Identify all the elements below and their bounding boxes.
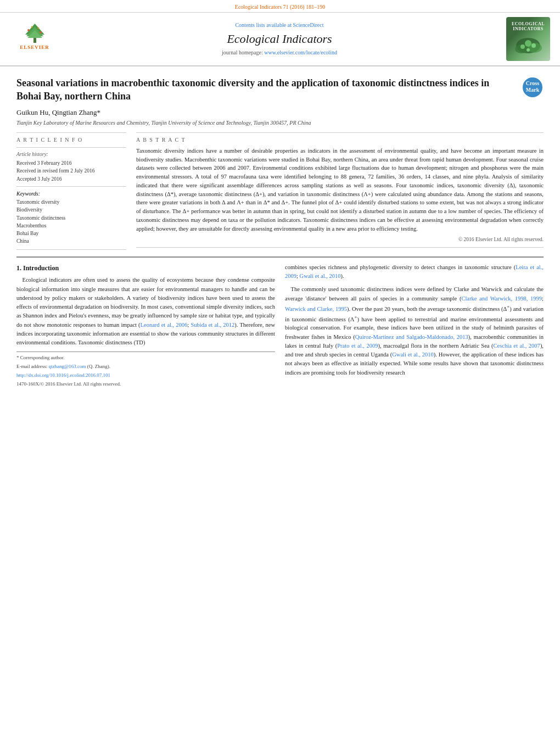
ref-ceschia-2007[interactable]: Ceschia et al., 2007: [494, 343, 540, 349]
homepage-url[interactable]: www.elsevier.com/locate/ecolind: [264, 49, 337, 55]
divider-2: [16, 186, 126, 187]
copyright-line: © 2016 Elsevier Ltd. All rights reserved…: [136, 236, 544, 243]
intro-para-3: The commonly used taxonomic distinctness…: [285, 285, 544, 377]
keyword-6: China: [16, 238, 126, 245]
svg-point-13: [531, 43, 536, 48]
keywords-label: Keywords:: [16, 190, 126, 198]
crossmark-logo[interactable]: Cross Mark: [522, 76, 544, 98]
ref-clarke-warwick-1998[interactable]: Clarke and Warwick, 1998, 1999: [461, 295, 542, 302]
received-date: Received 3 February 2016: [16, 160, 126, 167]
keyword-4: Macrobenthos: [16, 222, 126, 230]
body-right-column: combines species richness and phylogenet…: [285, 263, 544, 389]
keyword-3: Taxonomic distinctness: [16, 215, 126, 222]
ref-gwali-2010[interactable]: Gwali et al., 2010: [300, 273, 341, 279]
divider: [16, 147, 126, 148]
sciencedirect-link[interactable]: ScienceDirect: [293, 22, 323, 28]
email-footnote: E-mail address: qtzhang@163.com (Q. Zhan…: [16, 363, 275, 371]
elsevier-tree-icon: [20, 23, 50, 43]
section-1-title: Introduction: [23, 264, 59, 272]
page: Ecological Indicators 71 (2016) 181–190 …: [0, 0, 560, 742]
elsevier-logo: ELSEVIER: [10, 23, 59, 55]
ref-gwali-2010b[interactable]: Gwali et al., 2010: [392, 352, 434, 358]
journal-header: ELSEVIER Contents lists available at Sci…: [0, 13, 560, 66]
main-content: 1. Introduction Ecological indicators ar…: [16, 256, 544, 389]
abstract-label: A B S T R A C T: [136, 136, 544, 144]
article-info-abstract-section: A R T I C L E I N F O Article history: R…: [16, 132, 544, 250]
article-info-box: A R T I C L E I N F O Article history: R…: [16, 132, 126, 250]
keywords-section: Keywords: Taxonomic diversity Biodiversi…: [16, 190, 126, 246]
svg-point-4: [27, 29, 30, 31]
homepage-line: journal homepage: www.elsevier.com/locat…: [59, 49, 500, 57]
journal-cover-icon: [512, 34, 545, 55]
keyword-5: Bohai Bay: [16, 230, 126, 237]
article-title-section: Seasonal variations in macrobenthic taxo…: [16, 72, 544, 103]
ref-subida-2012[interactable]: Subida et al., 2012: [191, 322, 234, 328]
section-1-heading: 1. Introduction: [16, 263, 275, 274]
ref-prato-2009[interactable]: Prato et al., 2009: [337, 343, 378, 349]
svg-point-11: [525, 40, 531, 47]
contents-line: Contents lists available at ScienceDirec…: [59, 21, 500, 29]
keyword-1: Taxonomic diversity: [16, 199, 126, 206]
svg-point-12: [520, 44, 525, 49]
svg-text:Mark: Mark: [526, 87, 540, 93]
issn-line: 1470-160X/© 2016 Elsevier Ltd. All right…: [16, 381, 275, 388]
intro-para-2: combines species richness and phylogenet…: [285, 263, 544, 281]
journal-top-bar: Ecological Indicators 71 (2016) 181–190: [0, 0, 560, 13]
history-label: Article history:: [16, 151, 126, 158]
journal-citation: Ecological Indicators 71 (2016) 181–190: [235, 4, 325, 10]
journal-title-center: Contents lists available at ScienceDirec…: [59, 21, 500, 57]
email-link[interactable]: qtzhang@163.com: [48, 364, 86, 369]
article-body: Seasonal variations in macrobenthic taxo…: [0, 66, 560, 395]
svg-point-5: [40, 31, 42, 34]
author-names: Guikun Hu, Qingtian Zhang*: [16, 108, 100, 116]
ref-warwick-clarke-1995[interactable]: Warwick and Clarke, 1995: [285, 305, 347, 311]
accepted-date: Accepted 3 July 2016: [16, 176, 126, 183]
svg-rect-0: [33, 38, 36, 43]
ref-leonard-2006[interactable]: Leonard et al., 2006: [141, 322, 188, 328]
svg-point-6: [31, 26, 32, 28]
journal-logo-right: ECOLOGICAL INDICATORS: [506, 17, 550, 61]
intro-para-1: Ecological indicators are often used to …: [16, 276, 275, 347]
corresponding-author-note: * Corresponding author.: [16, 354, 275, 362]
keyword-2: Biodiversity: [16, 207, 126, 214]
abstract-box: A B S T R A C T Taxonomic diversity indi…: [136, 132, 544, 248]
svg-point-7: [37, 27, 39, 29]
journal-name: Ecological Indicators: [59, 31, 500, 48]
footnote-area: * Corresponding author. E-mail address: …: [16, 352, 275, 388]
doi-link[interactable]: http://dx.doi.org/10.1016/j.ecolind.2016…: [16, 372, 110, 378]
body-left-column: 1. Introduction Ecological indicators ar…: [16, 263, 275, 389]
svg-point-14: [527, 48, 530, 52]
article-info-column: A R T I C L E I N F O Article history: R…: [16, 132, 126, 250]
crossmark-icon: Cross Mark: [522, 76, 544, 98]
elsevier-wordmark: ELSEVIER: [20, 44, 49, 51]
article-info-label: A R T I C L E I N F O: [16, 136, 126, 144]
authors-line: Guikun Hu, Qingtian Zhang*: [16, 108, 544, 118]
abstract-column: A B S T R A C T Taxonomic diversity indi…: [136, 132, 544, 250]
ref-quiroz-2013[interactable]: Quiroz-Martinez and Salgado-Maldonado, 2…: [355, 334, 468, 340]
affiliation-line: Tianjin Key Laboratory of Marine Resourc…: [16, 119, 544, 127]
abstract-text: Taxonomic diversity indices have a numbe…: [136, 147, 544, 233]
svg-text:Cross: Cross: [526, 80, 539, 86]
article-title: Seasonal variations in macrobenthic taxo…: [16, 76, 513, 103]
revised-date: Received in revised form 2 July 2016: [16, 168, 126, 175]
